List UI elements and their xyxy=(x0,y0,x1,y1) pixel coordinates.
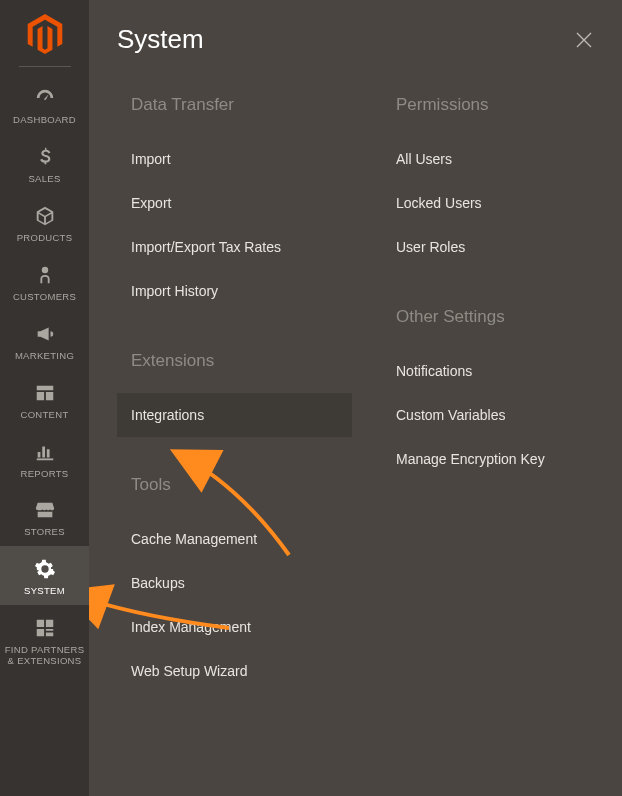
menu-group: Data TransferImportExportImport/Export T… xyxy=(117,95,352,313)
menu-group-title: Tools xyxy=(117,475,352,495)
sidebar-item-marketing[interactable]: MARKETING xyxy=(0,311,89,370)
menu-item-export[interactable]: Export xyxy=(117,181,352,225)
panel-body: Data TransferImportExportImport/Export T… xyxy=(89,65,622,731)
person-icon xyxy=(34,262,56,288)
gear-icon xyxy=(34,556,56,582)
menu-item-import-export-tax-rates[interactable]: Import/Export Tax Rates xyxy=(117,225,352,269)
svg-rect-0 xyxy=(36,458,53,460)
menu-item-index-management[interactable]: Index Management xyxy=(117,605,352,649)
admin-sidebar: DASHBOARDSALESPRODUCTSCUSTOMERSMARKETING… xyxy=(0,0,89,796)
sidebar-item-find[interactable]: FIND PARTNERS & EXTENSIONS xyxy=(0,605,89,675)
sidebar-item-label: CUSTOMERS xyxy=(13,292,76,303)
menu-item-manage-encryption-key[interactable]: Manage Encryption Key xyxy=(382,437,594,481)
panel-column: PermissionsAll UsersLocked UsersUser Rol… xyxy=(382,95,594,731)
menu-group-title: Extensions xyxy=(117,351,352,371)
menu-item-custom-variables[interactable]: Custom Variables xyxy=(382,393,594,437)
menu-group-title: Data Transfer xyxy=(117,95,352,115)
menu-group: ExtensionsIntegrations xyxy=(117,351,352,437)
sidebar-item-label: STORES xyxy=(24,527,65,538)
dashboard-icon xyxy=(34,85,56,111)
sidebar-item-dashboard[interactable]: DASHBOARD xyxy=(0,75,89,134)
magento-logo[interactable] xyxy=(25,14,65,54)
sidebar-item-system[interactable]: SYSTEM xyxy=(0,546,89,605)
menu-item-cache-management[interactable]: Cache Management xyxy=(117,517,352,561)
menu-item-import[interactable]: Import xyxy=(117,137,352,181)
sidebar-item-label: FIND PARTNERS & EXTENSIONS xyxy=(4,645,85,667)
sidebar-item-label: PRODUCTS xyxy=(17,233,73,244)
sidebar-item-label: SYSTEM xyxy=(24,586,65,597)
sidebar-item-label: SALES xyxy=(28,174,60,185)
sidebar-item-label: MARKETING xyxy=(15,351,74,362)
sidebar-nav: DASHBOARDSALESPRODUCTSCUSTOMERSMARKETING… xyxy=(0,75,89,675)
dollar-icon xyxy=(34,144,56,170)
sidebar-item-content[interactable]: CONTENT xyxy=(0,370,89,429)
sidebar-item-label: CONTENT xyxy=(20,410,68,421)
menu-item-all-users[interactable]: All Users xyxy=(382,137,594,181)
sidebar-item-label: REPORTS xyxy=(21,469,69,480)
menu-group: Other SettingsNotificationsCustom Variab… xyxy=(382,307,594,481)
magento-logo-icon xyxy=(27,14,63,54)
storefront-icon xyxy=(34,497,56,523)
sidebar-item-reports[interactable]: REPORTS xyxy=(0,429,89,488)
blocks-icon xyxy=(34,615,56,641)
panel-column: Data TransferImportExportImport/Export T… xyxy=(117,95,352,731)
close-button[interactable] xyxy=(574,30,594,50)
menu-group-title: Other Settings xyxy=(382,307,594,327)
sidebar-item-stores[interactable]: STORES xyxy=(0,487,89,546)
sidebar-divider xyxy=(19,66,71,67)
panel-title: System xyxy=(117,24,204,55)
menu-group: PermissionsAll UsersLocked UsersUser Rol… xyxy=(382,95,594,269)
sidebar-item-customers[interactable]: CUSTOMERS xyxy=(0,252,89,311)
bars-icon xyxy=(34,439,56,465)
megaphone-icon xyxy=(34,321,56,347)
sidebar-item-label: DASHBOARD xyxy=(13,115,76,126)
system-panel: System Data TransferImportExportImport/E… xyxy=(89,0,622,796)
box-icon xyxy=(34,203,56,229)
sidebar-item-products[interactable]: PRODUCTS xyxy=(0,193,89,252)
panel-header: System xyxy=(89,0,622,65)
menu-group: ToolsCache ManagementBackupsIndex Manage… xyxy=(117,475,352,693)
layout-icon xyxy=(34,380,56,406)
menu-item-backups[interactable]: Backups xyxy=(117,561,352,605)
menu-group-title: Permissions xyxy=(382,95,594,115)
menu-item-user-roles[interactable]: User Roles xyxy=(382,225,594,269)
menu-item-import-history[interactable]: Import History xyxy=(117,269,352,313)
menu-item-web-setup-wizard[interactable]: Web Setup Wizard xyxy=(117,649,352,693)
menu-item-integrations[interactable]: Integrations xyxy=(117,393,352,437)
close-icon xyxy=(575,31,593,49)
menu-item-notifications[interactable]: Notifications xyxy=(382,349,594,393)
sidebar-item-sales[interactable]: SALES xyxy=(0,134,89,193)
menu-item-locked-users[interactable]: Locked Users xyxy=(382,181,594,225)
